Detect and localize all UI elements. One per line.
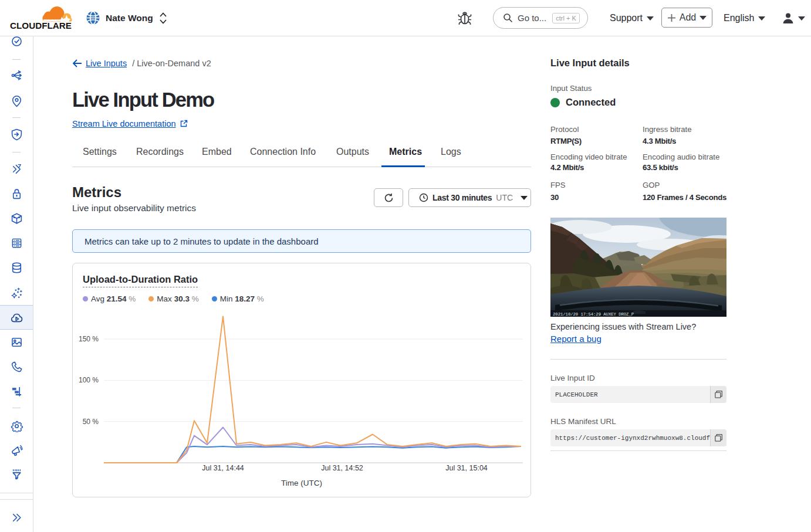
svg-text:2021/10/20 17:54:29 AUXEY DROZ: 2021/10/20 17:54:29 AUXEY DROZ_P (553, 312, 634, 317)
svg-text:Jul 31, 15:04: Jul 31, 15:04 (445, 464, 488, 472)
svg-text:100 %: 100 % (79, 376, 99, 384)
svg-text:Time (UTC): Time (UTC) (281, 479, 322, 487)
svg-text:Jul 31, 14:52: Jul 31, 14:52 (321, 464, 363, 472)
svg-text:150 %: 150 % (79, 335, 99, 343)
svg-text:50 %: 50 % (83, 418, 99, 426)
svg-text:CLOUDFLARE: CLOUDFLARE (10, 21, 72, 31)
svg-text:Jul 31, 14:44: Jul 31, 14:44 (202, 464, 244, 472)
